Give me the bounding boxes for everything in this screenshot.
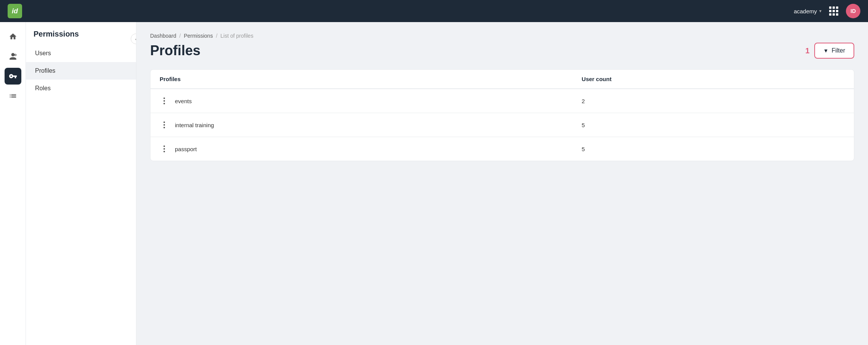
top-navbar: id academy ▾ ID: [0, 0, 868, 22]
table-body: events 2 internal training 5: [151, 89, 854, 161]
user-count-cell: 5: [573, 137, 854, 161]
logo[interactable]: id: [8, 4, 22, 18]
topnav-right: academy ▾ ID: [794, 4, 860, 18]
breadcrumb-sep-1: /: [179, 33, 181, 39]
breadcrumb: Dashboard / Permissions / List of profil…: [150, 33, 854, 39]
table-row: internal training 5: [151, 113, 854, 137]
sidebar-icon-list[interactable]: [5, 88, 21, 104]
sidebar-item-roles[interactable]: Roles: [26, 80, 136, 97]
profile-name: internal training: [175, 122, 214, 128]
row-context-menu-button[interactable]: [160, 120, 169, 130]
main-area: Permissions ‹ Users Profiles Roles Dashb…: [0, 22, 868, 345]
filter-button-label: Filter: [831, 47, 845, 54]
sidebar-icon-key[interactable]: [5, 68, 21, 85]
table-header: Profiles User count: [151, 70, 854, 89]
table-row: passport 5: [151, 137, 854, 161]
breadcrumb-permissions[interactable]: Permissions: [184, 33, 213, 39]
profile-name: events: [175, 98, 192, 104]
col-user-count: User count: [573, 70, 854, 89]
filter-button[interactable]: ▼ Filter: [814, 43, 854, 59]
profiles-table-container: Profiles User count ev: [150, 69, 854, 161]
academy-selector[interactable]: academy ▾: [794, 8, 822, 14]
col-profiles: Profiles: [151, 70, 573, 89]
profile-name: passport: [175, 146, 197, 152]
nav-panel-header: Permissions ‹: [26, 22, 136, 45]
breadcrumb-dashboard[interactable]: Dashboard: [150, 33, 176, 39]
collapse-panel-button[interactable]: ‹: [131, 34, 136, 44]
content-area: Dashboard / Permissions / List of profil…: [136, 22, 868, 345]
user-count-cell: 2: [573, 89, 854, 113]
filter-count-badge: 1: [805, 46, 809, 55]
profile-name-cell: events: [151, 89, 573, 113]
breadcrumb-current: List of profiles: [221, 33, 253, 39]
sidebar-item-profiles[interactable]: Profiles: [26, 62, 136, 80]
sidebar-item-users[interactable]: Users: [26, 45, 136, 62]
breadcrumb-sep-2: /: [216, 33, 218, 39]
row-context-menu-button[interactable]: [160, 144, 169, 154]
profile-name-cell: internal training: [151, 113, 573, 137]
avatar[interactable]: ID: [846, 4, 860, 18]
user-count-cell: 5: [573, 113, 854, 137]
header-right: 1 ▼ Filter: [805, 43, 854, 59]
sidebar-icon-user-settings[interactable]: [5, 48, 21, 65]
row-context-menu-button[interactable]: [160, 96, 169, 106]
user-count-value: 2: [582, 98, 585, 104]
sidebar-icon-home[interactable]: [5, 28, 21, 45]
nav-panel-title: Permissions: [34, 30, 79, 38]
page-header: Profiles 1 ▼ Filter: [150, 43, 854, 59]
filter-icon: ▼: [823, 48, 829, 54]
nav-panel: Permissions ‹ Users Profiles Roles: [26, 22, 136, 345]
topnav-left: id: [8, 4, 22, 18]
apps-grid-icon[interactable]: [829, 6, 838, 16]
academy-label: academy: [794, 8, 817, 14]
table-row: events 2: [151, 89, 854, 113]
profiles-table: Profiles User count ev: [151, 70, 854, 161]
chevron-down-icon: ▾: [819, 8, 822, 14]
profile-name-cell: passport: [151, 137, 573, 161]
user-count-value: 5: [582, 146, 585, 152]
icon-sidebar: [0, 22, 26, 345]
page-title: Profiles: [150, 43, 200, 59]
user-count-value: 5: [582, 122, 585, 128]
